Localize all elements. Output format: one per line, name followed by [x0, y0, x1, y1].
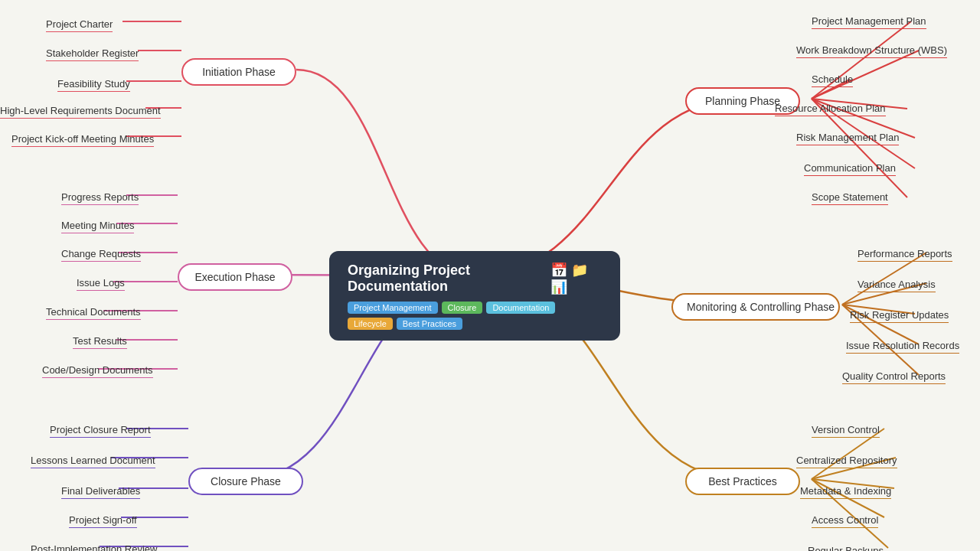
bestpractices-leaf-3: Metadata & Indexing [800, 484, 891, 499]
planning-leaf-5: Risk Management Plan [796, 130, 899, 145]
execution-phase-label: Execution Phase [194, 271, 275, 283]
monitoring-leaf-2: Variance Analysis [858, 277, 936, 292]
tag-project-management: Project Management [348, 302, 438, 314]
bestpractices-phase-label: Best Practices [708, 475, 776, 487]
planning-leaf-3: Schedule [812, 72, 853, 87]
planning-leaf-2: Work Breakdown Structure (WBS) [796, 43, 947, 58]
bestpractices-phase-node: Best Practices [685, 468, 800, 495]
tag-documentation: Documentation [486, 302, 555, 314]
initiation-phase-label: Initiation Phase [202, 66, 276, 78]
planning-leaf-6: Communication Plan [804, 161, 896, 176]
monitoring-phase-label: Monitoring & Controlling Phase [687, 301, 835, 313]
planning-leaf-7: Scope Statement [812, 190, 888, 205]
closure-phase-label: Closure Phase [211, 475, 281, 487]
monitoring-leaf-4: Issue Resolution Records [846, 338, 959, 354]
closure-phase-node: Closure Phase [188, 468, 303, 495]
bestpractices-leaf-1: Version Control [812, 422, 880, 438]
execution-leaf-7: Code/Design Documents [42, 363, 153, 378]
planning-phase-label: Planning Phase [705, 95, 780, 107]
central-title: Organizing Project Documentation 📅 📁 📊 [348, 262, 602, 295]
monitoring-leaf-1: Performance Reports [858, 246, 952, 262]
closure-leaf-1: Project Closure Report [50, 422, 151, 438]
execution-leaf-3: Change Requests [61, 246, 141, 262]
tag-lifecycle: Lifecycle [348, 318, 393, 330]
monitoring-phase-node: Monitoring & Controlling Phase [671, 293, 840, 321]
execution-leaf-4: Issue Logs [77, 276, 125, 291]
planning-leaf-1: Project Management Plan [812, 14, 926, 29]
execution-leaf-6: Test Results [73, 334, 127, 349]
initiation-phase-node: Initiation Phase [181, 58, 296, 86]
central-node: Organizing Project Documentation 📅 📁 📊 P… [329, 251, 620, 341]
closure-leaf-3: Final Deliverables [61, 484, 140, 499]
monitoring-leaf-3: Risk Register Updates [850, 308, 949, 323]
bestpractices-leaf-2: Centralized Repository [796, 453, 897, 468]
initiation-leaf-2: Stakeholder Register [46, 46, 139, 61]
initiation-leaf-3: Feasibility Study [57, 77, 130, 92]
planning-leaf-4: Resource Allocation Plan [775, 101, 886, 116]
initiation-leaf-1: Project Charter [46, 17, 113, 32]
execution-leaf-5: Technical Documents [46, 305, 141, 320]
execution-leaf-1: Progress Reports [61, 190, 139, 205]
execution-phase-node: Execution Phase [178, 263, 292, 291]
central-icons: 📅 📁 📊 [550, 262, 602, 295]
tag-best-practices: Best Practices [397, 318, 462, 330]
central-title-text: Organizing Project Documentation [348, 262, 546, 295]
bestpractices-leaf-5: Regular Backups [808, 543, 884, 551]
bestpractices-leaf-4: Access Control [812, 513, 878, 528]
closure-leaf-2: Lessons Learned Document [31, 453, 155, 468]
initiation-leaf-5: Project Kick-off Meeting Minutes [11, 132, 154, 147]
tag-row: Project ManagementClosureDocumentationLi… [348, 302, 602, 330]
monitoring-leaf-5: Quality Control Reports [842, 369, 946, 384]
closure-leaf-5: Post-Implementation Review [31, 542, 157, 551]
closure-leaf-4: Project Sign-off [69, 513, 137, 528]
execution-leaf-2: Meeting Minutes [61, 218, 134, 233]
tag-closure: Closure [442, 302, 483, 314]
initiation-leaf-4: High-Level Requirements Document [0, 103, 161, 119]
